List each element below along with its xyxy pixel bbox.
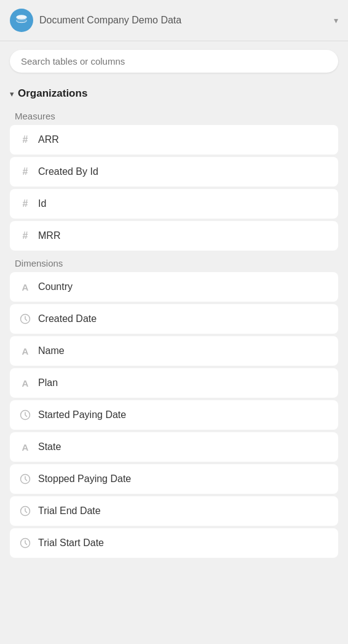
clock-icon bbox=[18, 312, 32, 326]
dimension-label: Started Paying Date bbox=[38, 409, 126, 421]
text-type-icon: A bbox=[18, 376, 32, 390]
hash-icon: # bbox=[18, 133, 32, 147]
dimension-label: Plan bbox=[38, 377, 58, 388]
text-type-icon: A bbox=[18, 440, 32, 454]
measure-item-created-by-id[interactable]: # Created By Id bbox=[10, 157, 338, 187]
hash-icon: # bbox=[18, 197, 32, 211]
dimension-item-stopped-paying-date[interactable]: Stopped Paying Date bbox=[10, 464, 338, 494]
organizations-chevron-icon: ▾ bbox=[10, 89, 14, 99]
measures-list: # ARR # Created By Id # Id # MRR bbox=[10, 125, 338, 251]
organizations-section-header[interactable]: ▾ Organizations bbox=[10, 84, 338, 103]
clock-icon bbox=[18, 472, 32, 486]
dimension-item-trial-start-date[interactable]: Trial Start Date bbox=[10, 528, 338, 558]
measure-label: Created By Id bbox=[38, 166, 98, 177]
dimension-item-created-date[interactable]: Created Date bbox=[10, 304, 338, 334]
main-content: ▾ Organizations Measures # ARR # Created… bbox=[0, 81, 348, 570]
measure-label: MRR bbox=[38, 230, 60, 241]
measures-subsection-title: Measures bbox=[10, 106, 338, 125]
dimension-label: Trial Start Date bbox=[38, 537, 104, 549]
dimension-item-name[interactable]: A Name bbox=[10, 336, 338, 366]
dimensions-subsection-title: Dimensions bbox=[10, 253, 338, 272]
header-dropdown-icon[interactable]: ▾ bbox=[334, 15, 338, 25]
dimension-item-trial-end-date[interactable]: Trial End Date bbox=[10, 496, 338, 526]
dimension-label: Trial End Date bbox=[38, 505, 101, 517]
measure-item-id[interactable]: # Id bbox=[10, 189, 338, 219]
measure-label: Id bbox=[38, 198, 46, 209]
header: Document Company Demo Data ▾ bbox=[0, 0, 348, 41]
measure-label: ARR bbox=[38, 134, 59, 145]
search-container bbox=[0, 41, 348, 81]
text-type-icon: A bbox=[18, 344, 32, 358]
search-input[interactable] bbox=[10, 50, 338, 73]
organizations-section-title: Organizations bbox=[18, 87, 87, 100]
text-type-icon: A bbox=[18, 280, 32, 294]
dimension-label: Stopped Paying Date bbox=[38, 473, 131, 485]
dimension-label: State bbox=[38, 441, 61, 453]
hash-icon: # bbox=[18, 229, 32, 243]
dimension-item-state[interactable]: A State bbox=[10, 432, 338, 462]
dimensions-list: A Country Created Date A Name A Plan bbox=[10, 272, 338, 558]
logo-icon bbox=[15, 14, 28, 27]
dimension-label: Country bbox=[38, 281, 73, 292]
dimension-label: Name bbox=[38, 345, 65, 356]
hash-icon: # bbox=[18, 165, 32, 179]
header-title: Document Company Demo Data bbox=[39, 15, 328, 26]
measure-item-arr[interactable]: # ARR bbox=[10, 125, 338, 155]
measure-item-mrr[interactable]: # MRR bbox=[10, 221, 338, 251]
clock-icon bbox=[18, 408, 32, 422]
clock-icon bbox=[18, 504, 32, 518]
dimension-item-country[interactable]: A Country bbox=[10, 272, 338, 302]
dimension-label: Created Date bbox=[38, 313, 97, 324]
app-logo bbox=[10, 9, 33, 32]
clock-icon bbox=[18, 536, 32, 550]
dimension-item-started-paying-date[interactable]: Started Paying Date bbox=[10, 400, 338, 430]
dimension-item-plan[interactable]: A Plan bbox=[10, 368, 338, 398]
